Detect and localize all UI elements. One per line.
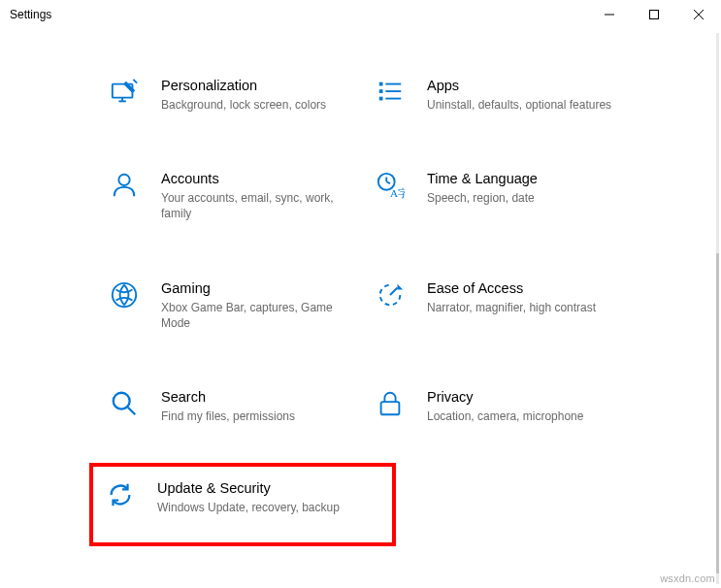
svg-marker-20 <box>398 283 404 289</box>
svg-rect-9 <box>379 89 383 93</box>
svg-rect-24 <box>381 402 400 414</box>
personalization-icon <box>107 78 142 107</box>
svg-rect-11 <box>385 83 401 85</box>
tile-personalization[interactable]: Personalization Background, lock screen,… <box>107 78 359 113</box>
tile-title: Accounts <box>161 171 359 186</box>
tile-desc: Location, camera, microphone <box>427 408 625 424</box>
tile-title: Gaming <box>161 280 359 296</box>
tile-search[interactable]: Search Find my files, permissions <box>107 389 359 424</box>
minimize-button[interactable] <box>587 0 632 29</box>
accounts-icon <box>107 171 142 200</box>
maximize-button[interactable] <box>632 0 676 29</box>
search-icon <box>107 389 142 418</box>
tile-desc: Uninstall, defaults, optional features <box>427 97 625 113</box>
close-button[interactable] <box>676 0 721 29</box>
tile-title: Time & Language <box>427 171 625 186</box>
window-controls <box>587 0 721 29</box>
tile-time-language[interactable]: A字 Time & Language Speech, region, date <box>373 171 625 221</box>
tile-text: Accounts Your accounts, email, sync, wor… <box>161 171 359 221</box>
svg-line-17 <box>386 181 390 183</box>
tile-privacy[interactable]: Privacy Location, camera, microphone <box>373 389 625 424</box>
settings-grid: Personalization Background, lock screen,… <box>0 29 713 566</box>
tile-desc: Background, lock screen, colors <box>161 97 359 113</box>
tile-update-security[interactable]: Update & Security Windows Update, recove… <box>89 463 396 546</box>
tile-title: Ease of Access <box>427 280 625 296</box>
time-language-icon: A字 <box>373 171 408 200</box>
ease-of-access-icon <box>373 280 408 310</box>
update-security-icon <box>103 480 138 509</box>
svg-rect-12 <box>385 90 401 92</box>
tile-desc: Xbox Game Bar, captures, Game Mode <box>161 300 359 331</box>
scrollbar-thumb[interactable] <box>716 253 719 572</box>
tile-apps[interactable]: Apps Uninstall, defaults, optional featu… <box>373 78 625 113</box>
svg-rect-13 <box>385 98 401 100</box>
tile-desc: Windows Update, recovery, backup <box>157 500 382 515</box>
apps-icon <box>373 78 408 107</box>
tile-text: Update & Security Windows Update, recove… <box>157 480 382 515</box>
tile-title: Search <box>161 389 359 405</box>
tile-text: Ease of Access Narrator, magnifier, high… <box>427 280 625 315</box>
tile-desc: Find my files, permissions <box>161 408 359 424</box>
svg-line-7 <box>133 80 137 83</box>
tile-title: Apps <box>427 78 625 93</box>
svg-point-22 <box>114 393 130 409</box>
privacy-icon <box>373 389 408 418</box>
tile-title: Personalization <box>161 78 359 93</box>
svg-rect-1 <box>650 11 659 19</box>
tile-text: Time & Language Speech, region, date <box>427 171 625 206</box>
tile-desc: Speech, region, date <box>427 190 625 206</box>
tile-text: Personalization Background, lock screen,… <box>161 78 359 113</box>
window-title: Settings <box>10 8 51 21</box>
svg-rect-8 <box>379 82 383 86</box>
tile-text: Search Find my files, permissions <box>161 389 359 424</box>
svg-point-14 <box>118 175 129 185</box>
gaming-icon <box>107 280 142 310</box>
content-area: Personalization Background, lock screen,… <box>0 29 713 588</box>
tile-desc: Your accounts, email, sync, work, family <box>161 190 359 221</box>
tile-text: Gaming Xbox Game Bar, captures, Game Mod… <box>161 280 359 331</box>
tile-text: Privacy Location, camera, microphone <box>427 389 625 424</box>
svg-rect-10 <box>379 97 383 101</box>
tile-desc: Narrator, magnifier, high contrast <box>427 300 625 315</box>
tile-ease-of-access[interactable]: Ease of Access Narrator, magnifier, high… <box>373 280 625 331</box>
svg-text:A字: A字 <box>390 187 405 199</box>
tile-title: Update & Security <box>157 480 382 496</box>
tile-accounts[interactable]: Accounts Your accounts, email, sync, wor… <box>107 171 359 221</box>
titlebar: Settings <box>0 0 721 29</box>
svg-point-19 <box>113 282 136 306</box>
tile-gaming[interactable]: Gaming Xbox Game Bar, captures, Game Mod… <box>107 280 359 331</box>
svg-line-23 <box>128 408 136 415</box>
svg-line-21 <box>390 287 398 295</box>
scrollbar-track[interactable] <box>716 33 719 584</box>
watermark: wsxdn.com <box>660 572 715 584</box>
tile-text: Apps Uninstall, defaults, optional featu… <box>427 78 625 113</box>
tile-title: Privacy <box>427 389 625 405</box>
